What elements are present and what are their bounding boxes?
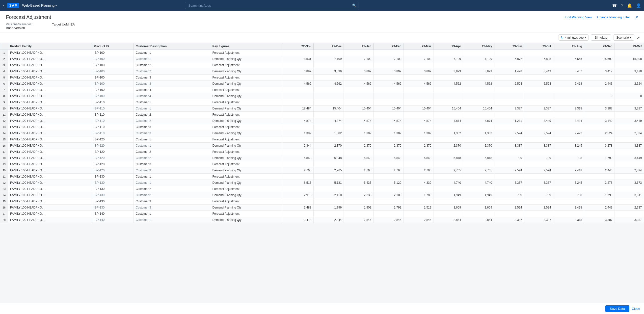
cell-sep23[interactable]: 3,278 — [584, 143, 615, 149]
cell-key_figures[interactable]: Demand Planning Qty — [210, 118, 282, 124]
cell-dec22[interactable]: 3,899 — [313, 68, 344, 74]
cell-dec22[interactable] — [313, 74, 344, 81]
cell-jun23[interactable]: 2,524 — [494, 81, 524, 87]
cell-aug23[interactable] — [553, 186, 584, 192]
cell-sep23[interactable]: 0 — [584, 93, 615, 99]
cell-key_figures[interactable]: Forecast Adjustment — [210, 161, 282, 168]
cell-aug23[interactable] — [553, 124, 584, 130]
cell-jun23[interactable]: 1,281 — [494, 118, 524, 124]
cell-oct23[interactable] — [614, 99, 644, 106]
cell-apr23[interactable]: 4,874 — [434, 118, 463, 124]
cell-dec22[interactable] — [313, 149, 344, 155]
cell-mar23[interactable] — [404, 136, 434, 143]
cell-may23[interactable] — [463, 186, 494, 192]
cell-key_figures[interactable]: Demand Planning Qty — [210, 168, 282, 174]
cell-dec22[interactable]: 2,844 — [313, 217, 344, 223]
cell-jan23[interactable]: 3,899 — [344, 68, 374, 74]
cell-aug23[interactable] — [553, 198, 584, 204]
cell-mar23[interactable]: 15,404 — [404, 106, 434, 112]
cell-sep23[interactable]: 3,449 — [584, 118, 615, 124]
cell-dec22[interactable] — [313, 211, 344, 217]
cell-may23[interactable] — [463, 62, 494, 68]
cell-jul23[interactable] — [524, 62, 553, 68]
cell-sep23[interactable]: 15,699 — [584, 56, 615, 62]
cell-jun23[interactable]: 2,524 — [494, 204, 524, 211]
cell-aug23[interactable] — [553, 99, 584, 106]
cell-jun23[interactable] — [494, 186, 524, 192]
cell-oct23[interactable]: 2,524 — [614, 81, 644, 87]
cell-mar23[interactable] — [404, 74, 434, 81]
cell-key_figures[interactable]: Demand Planning Qty — [210, 68, 282, 74]
cell-sep23[interactable]: 2,443 — [584, 81, 615, 87]
cell-feb23[interactable]: 4,874 — [374, 118, 404, 124]
cell-jul23[interactable]: 3,387 — [524, 106, 553, 112]
cell-dec22[interactable]: 4,562 — [313, 81, 344, 87]
external-link-icon[interactable]: ↗ — [635, 15, 638, 20]
cell-sep23[interactable] — [584, 186, 615, 192]
cell-nov22[interactable]: 8,531 — [282, 56, 313, 62]
cell-oct23[interactable]: 3,673 — [614, 180, 644, 186]
cell-dec22[interactable] — [313, 62, 344, 68]
cell-aug23[interactable] — [553, 112, 584, 118]
cell-dec22[interactable]: 5,131 — [313, 180, 344, 186]
cell-jul23[interactable] — [524, 124, 553, 130]
cell-may23[interactable] — [463, 174, 494, 180]
cell-key_figures[interactable]: Demand Planning Qty — [210, 143, 282, 149]
cell-key_figures[interactable]: Demand Planning Qty — [210, 93, 282, 99]
cell-jan23[interactable] — [344, 174, 374, 180]
cell-nov22[interactable] — [282, 198, 313, 204]
cell-feb23[interactable]: 2,106 — [374, 192, 404, 198]
cell-sep23[interactable] — [584, 74, 615, 81]
cell-key_figures[interactable]: Demand Planning Qty — [210, 155, 282, 161]
cell-sep23[interactable] — [584, 161, 615, 168]
cell-jul23[interactable]: 3,449 — [524, 68, 553, 74]
cell-nov22[interactable] — [282, 211, 313, 217]
cell-jul23[interactable] — [524, 174, 553, 180]
search-input[interactable] — [185, 2, 358, 9]
cell-key_figures[interactable]: Demand Planning Qty — [210, 204, 282, 211]
expand-icon[interactable]: ⤢ — [637, 36, 640, 40]
cell-feb23[interactable] — [374, 50, 404, 56]
cell-may23[interactable] — [463, 124, 494, 130]
cell-jul23[interactable]: 3,387 — [524, 217, 553, 223]
cell-apr23[interactable]: 2,844 — [434, 217, 463, 223]
cell-jun23[interactable] — [494, 124, 524, 130]
cell-jan23[interactable] — [344, 211, 374, 217]
cell-jul23[interactable] — [524, 186, 553, 192]
cell-mar23[interactable] — [404, 93, 434, 99]
cell-aug23[interactable] — [553, 74, 584, 81]
app-title[interactable]: Web-Based Planning ▾ — [22, 4, 57, 8]
cell-jul23[interactable] — [524, 136, 553, 143]
cell-feb23[interactable] — [374, 74, 404, 81]
cell-jan23[interactable]: 5,435 — [344, 180, 374, 186]
cell-apr23[interactable]: 2,370 — [434, 143, 463, 149]
cell-feb23[interactable] — [374, 149, 404, 155]
cell-mar23[interactable] — [404, 198, 434, 204]
cell-apr23[interactable] — [434, 198, 463, 204]
cell-feb23[interactable]: 2,844 — [374, 217, 404, 223]
cell-may23[interactable] — [463, 149, 494, 155]
cell-key_figures[interactable]: Forecast Adjustment — [210, 198, 282, 204]
cell-aug23[interactable] — [553, 93, 584, 99]
edit-planning-view-button[interactable]: Edit Planning View — [566, 15, 592, 19]
cell-sep23[interactable] — [584, 198, 615, 204]
cell-sep23[interactable] — [584, 124, 615, 130]
cell-mar23[interactable]: 3,899 — [404, 68, 434, 74]
cell-jan23[interactable]: 1,382 — [344, 130, 374, 136]
cell-mar23[interactable] — [404, 112, 434, 118]
cell-dec22[interactable]: 2,110 — [313, 192, 344, 198]
cell-jun23[interactable] — [494, 211, 524, 217]
cell-jan23[interactable]: 2,765 — [344, 168, 374, 174]
cell-oct23[interactable] — [614, 112, 644, 118]
cell-nov22[interactable] — [282, 136, 313, 143]
cell-jul23[interactable]: 2,524 — [524, 168, 553, 174]
cell-may23[interactable]: 4,562 — [463, 81, 494, 87]
cell-apr23[interactable] — [434, 186, 463, 192]
cell-feb23[interactable]: 2,765 — [374, 168, 404, 174]
cell-nov22[interactable]: 3,899 — [282, 68, 313, 74]
cell-oct23[interactable]: 0 — [614, 93, 644, 99]
cell-jun23[interactable] — [494, 174, 524, 180]
cell-may23[interactable] — [463, 74, 494, 81]
cell-key_figures[interactable]: Forecast Adjustment — [210, 87, 282, 93]
cell-feb23[interactable] — [374, 198, 404, 204]
